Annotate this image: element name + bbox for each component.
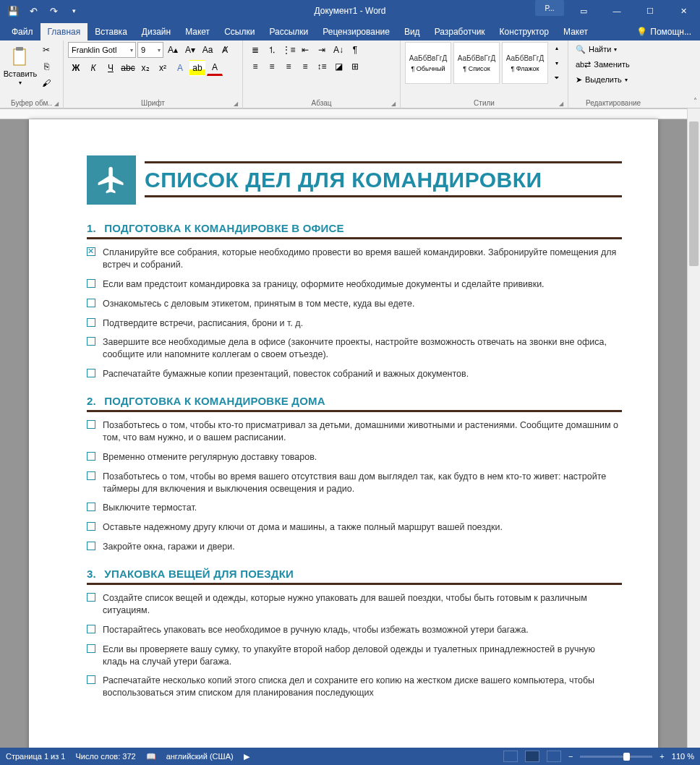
strike-icon[interactable]: abc (120, 60, 136, 76)
numbering-icon[interactable]: ⒈ (264, 42, 280, 58)
zoom-out-icon[interactable]: − (568, 752, 573, 761)
styles-up-icon[interactable]: ▴ (552, 42, 562, 54)
undo-icon[interactable]: ↶ (25, 2, 42, 20)
shrink-font-icon[interactable]: A▾ (182, 42, 198, 58)
align-right-icon[interactable]: ≡ (281, 59, 296, 74)
bullets-icon[interactable]: ≣ (247, 42, 263, 58)
tab-рассылки[interactable]: Рассылки (262, 23, 315, 40)
format-painter-icon[interactable]: 🖌 (38, 75, 54, 91)
vertical-scrollbar[interactable] (687, 108, 700, 748)
line-spacing-icon[interactable]: ↕≡ (314, 59, 330, 74)
multilevel-icon[interactable]: ⋮≡ (281, 42, 296, 58)
save-icon[interactable]: 💾 (4, 2, 22, 20)
qat-customize-icon[interactable]: ▾ (65, 2, 82, 20)
tab-вставка[interactable]: Вставка (88, 23, 135, 40)
replace-button[interactable]: ab⇄Заменить (573, 57, 633, 72)
style-item[interactable]: АаБбВвГгД¶ Флажок (502, 42, 548, 84)
checkbox[interactable] (87, 247, 95, 256)
font-size-combo[interactable]: 9 (137, 42, 163, 58)
print-layout-icon[interactable] (525, 751, 539, 762)
redo-icon[interactable]: ↷ (45, 2, 62, 20)
bold-icon[interactable]: Ж (68, 60, 84, 76)
checkbox[interactable] (87, 542, 95, 550)
highlight-icon[interactable]: ab (189, 60, 205, 76)
checkbox[interactable] (87, 337, 95, 346)
page[interactable]: СПИСОК ДЕЛ ДЛЯ КОМАНДИРОВКИ 1. ПОДГОТОВК… (29, 119, 658, 748)
paste-button[interactable]: Вставить ▾ (4, 42, 36, 90)
style-item[interactable]: АаБбВвГгД¶ Список (453, 42, 500, 84)
checkbox[interactable] (87, 279, 95, 288)
zoom-in-icon[interactable]: + (660, 752, 664, 761)
styles-down-icon[interactable]: ▾ (552, 57, 562, 69)
text-effects-icon[interactable]: A (172, 60, 188, 76)
styles-more-icon[interactable]: ⏷ (552, 72, 562, 84)
page-status[interactable]: Страница 1 из 1 (6, 752, 65, 761)
close-icon[interactable]: ✕ (667, 0, 700, 22)
find-button[interactable]: 🔍Найти ▾ (573, 42, 633, 56)
tab-файл[interactable]: Файл (4, 23, 40, 40)
checkbox[interactable] (87, 675, 95, 684)
ribbon-options-icon[interactable]: ▭ (567, 0, 600, 22)
dialog-launcher-icon[interactable]: ◢ (391, 101, 396, 107)
checkbox[interactable] (87, 522, 95, 531)
tell-me[interactable]: 💡Помощн... (628, 23, 700, 40)
account-badge[interactable]: Р... (535, 0, 564, 16)
checkbox[interactable] (87, 644, 95, 653)
zoom-level[interactable]: 110 % (672, 752, 694, 761)
checkbox[interactable] (87, 593, 95, 602)
tab-рецензирование[interactable]: Рецензирование (315, 23, 397, 40)
zoom-slider[interactable] (580, 756, 652, 758)
font-color-icon[interactable]: A (207, 60, 223, 76)
font-name-combo[interactable]: Franklin Gotl (68, 42, 136, 58)
change-case-icon[interactable]: Aa (200, 42, 215, 58)
tab-макет[interactable]: Макет (556, 23, 595, 40)
dialog-launcher-icon[interactable]: ◢ (54, 101, 59, 107)
show-marks-icon[interactable]: ¶ (347, 42, 363, 58)
tab-конструктор[interactable]: Конструктор (492, 23, 556, 40)
align-center-icon[interactable]: ≡ (264, 59, 280, 74)
web-layout-icon[interactable] (547, 751, 561, 762)
word-count[interactable]: Число слов: 372 (75, 752, 135, 761)
borders-icon[interactable]: ⊞ (347, 59, 363, 74)
read-mode-icon[interactable] (503, 751, 518, 762)
clear-format-icon[interactable]: Ⱥ (217, 42, 233, 58)
decrease-indent-icon[interactable]: ⇤ (297, 42, 313, 58)
checkbox[interactable] (87, 420, 95, 429)
checkbox[interactable] (87, 625, 95, 633)
minimize-icon[interactable]: — (600, 0, 633, 22)
checkbox[interactable] (87, 318, 95, 327)
copy-icon[interactable]: ⎘ (38, 59, 54, 74)
spell-check-icon[interactable]: 📖 (146, 752, 156, 761)
language-status[interactable]: английский (США) (166, 752, 234, 761)
checkbox[interactable] (87, 299, 95, 307)
increase-indent-icon[interactable]: ⇥ (314, 42, 330, 58)
tab-главная[interactable]: Главная (40, 23, 88, 40)
maximize-icon[interactable]: ☐ (633, 0, 667, 22)
align-left-icon[interactable]: ≡ (247, 59, 263, 74)
ruler[interactable] (0, 109, 687, 119)
underline-icon[interactable]: Ч (103, 60, 119, 76)
subscript-icon[interactable]: x₂ (137, 60, 153, 76)
checkbox[interactable] (87, 452, 95, 461)
tab-ссылки[interactable]: Ссылки (217, 23, 262, 40)
dialog-launcher-icon[interactable]: ◢ (234, 101, 238, 107)
dialog-launcher-icon[interactable]: ◢ (559, 101, 563, 107)
italic-icon[interactable]: К (85, 60, 101, 76)
tab-вид[interactable]: Вид (397, 23, 427, 40)
checkbox[interactable] (87, 471, 95, 480)
tab-разработчик[interactable]: Разработчик (427, 23, 492, 40)
grow-font-icon[interactable]: A▴ (165, 42, 181, 58)
tab-макет[interactable]: Макет (178, 23, 217, 40)
tab-дизайн[interactable]: Дизайн (135, 23, 178, 40)
justify-icon[interactable]: ≡ (297, 59, 313, 74)
checkbox[interactable] (87, 503, 95, 511)
collapse-ribbon-icon[interactable]: ˄ (693, 97, 697, 105)
style-item[interactable]: АаБбВвГгД¶ Обычный (405, 42, 451, 84)
select-button[interactable]: ➤Выделить ▾ (573, 72, 633, 87)
macro-icon[interactable]: ▶ (244, 752, 249, 761)
checkbox[interactable] (87, 369, 95, 377)
shading-icon[interactable]: ◪ (330, 59, 346, 74)
cut-icon[interactable]: ✂ (38, 42, 54, 58)
sort-icon[interactable]: A↓ (330, 42, 346, 58)
superscript-icon[interactable]: x² (155, 60, 171, 76)
